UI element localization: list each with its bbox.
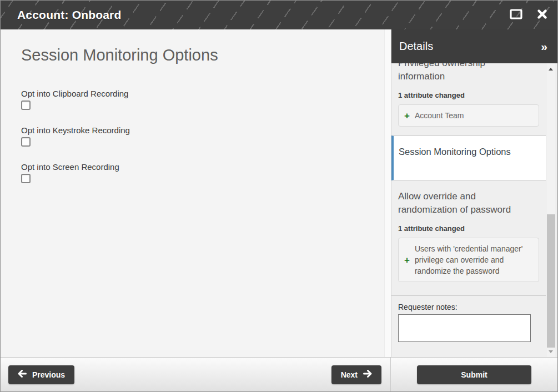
keystroke-recording-field: Opt into Keystroke Recording bbox=[21, 125, 384, 147]
collapse-panel-button[interactable]: » bbox=[541, 41, 547, 52]
section-password-override: Allow override and randomization of pass… bbox=[391, 180, 546, 295]
section-privileged-ownership: Privileged ownership information 1 attri… bbox=[391, 63, 546, 135]
window-title: Account: Onboard bbox=[17, 8, 122, 22]
screen-recording-field: Opt into Screen Recording bbox=[21, 162, 384, 183]
details-content: Privileged ownership information 1 attri… bbox=[391, 63, 546, 357]
triangle-down-icon bbox=[549, 350, 553, 353]
change-item-text: Account Team bbox=[415, 110, 464, 121]
scrollbar-up-button[interactable] bbox=[546, 64, 555, 73]
details-title: Details bbox=[399, 40, 433, 53]
arrow-right-icon bbox=[363, 370, 372, 379]
details-scroll-area: Privileged ownership information 1 attri… bbox=[391, 63, 557, 357]
maximize-icon bbox=[510, 9, 522, 21]
main-content: Session Monitoring Options Opt into Clip… bbox=[1, 29, 384, 357]
section-session-monitoring-active[interactable]: Session Monitoring Options bbox=[391, 135, 546, 180]
window-body: Session Monitoring Options Opt into Clip… bbox=[1, 29, 557, 357]
scrollbar-thumb[interactable] bbox=[547, 214, 555, 348]
window-controls bbox=[510, 9, 547, 21]
clipboard-recording-checkbox[interactable] bbox=[21, 100, 31, 110]
section-heading: Privileged ownership information bbox=[398, 63, 522, 83]
keystroke-recording-checkbox[interactable] bbox=[21, 137, 31, 147]
next-button-label: Next bbox=[341, 370, 358, 379]
requester-notes-input[interactable] bbox=[398, 314, 531, 342]
triangle-up-icon bbox=[549, 68, 553, 71]
clipboard-recording-field: Opt into Clipboard Recording bbox=[21, 89, 384, 110]
previous-button[interactable]: Previous bbox=[8, 365, 74, 384]
sidebar-scrollbar[interactable] bbox=[546, 63, 555, 357]
page-title: Session Monitoring Options bbox=[21, 46, 384, 64]
next-button[interactable]: Next bbox=[331, 365, 381, 384]
chevron-right-double-icon: » bbox=[541, 40, 547, 53]
screen-recording-label: Opt into Screen Recording bbox=[21, 162, 384, 172]
arrow-left-icon bbox=[18, 370, 27, 379]
change-item-credential-manager: + Users with 'credential manager' privil… bbox=[398, 238, 539, 282]
footer-main: Previous Next bbox=[1, 358, 391, 391]
main-scrollbar-track[interactable] bbox=[384, 29, 391, 357]
titlebar: Account: Onboard bbox=[1, 1, 557, 29]
plus-icon: + bbox=[404, 111, 410, 120]
maximize-button[interactable] bbox=[510, 9, 522, 21]
previous-button-label: Previous bbox=[32, 370, 65, 379]
main-panel: Session Monitoring Options Opt into Clip… bbox=[1, 29, 391, 357]
footer-sidebar: Submit bbox=[391, 358, 557, 391]
requester-notes-label: Requester notes: bbox=[398, 303, 539, 311]
plus-icon: + bbox=[404, 255, 410, 265]
account-onboard-window: Account: Onboard Session Monitoring Opti… bbox=[0, 0, 558, 392]
change-item-account-team: + Account Team bbox=[398, 104, 539, 127]
footer: Previous Next Submit bbox=[1, 357, 557, 391]
attributes-changed-note: 1 attribute changed bbox=[398, 224, 539, 233]
attributes-changed-note: 1 attribute changed bbox=[398, 91, 539, 99]
submit-button[interactable]: Submit bbox=[417, 365, 531, 384]
submit-button-label: Submit bbox=[461, 370, 487, 379]
scrollbar-down-button[interactable] bbox=[546, 347, 555, 356]
section-heading: Allow override and randomization of pass… bbox=[398, 190, 522, 217]
screen-recording-checkbox[interactable] bbox=[21, 174, 31, 183]
close-button[interactable] bbox=[537, 9, 547, 21]
close-icon bbox=[537, 9, 547, 21]
change-item-text: Users with 'credential manager' privileg… bbox=[415, 243, 533, 277]
details-header: Details » bbox=[391, 29, 557, 63]
clipboard-recording-label: Opt into Clipboard Recording bbox=[21, 89, 384, 98]
active-section-heading: Session Monitoring Options bbox=[399, 147, 539, 157]
keystroke-recording-label: Opt into Keystroke Recording bbox=[21, 125, 384, 135]
requester-notes-section: Requester notes: bbox=[391, 295, 546, 344]
details-sidebar: Details » Privileged ownership informati… bbox=[391, 29, 557, 357]
